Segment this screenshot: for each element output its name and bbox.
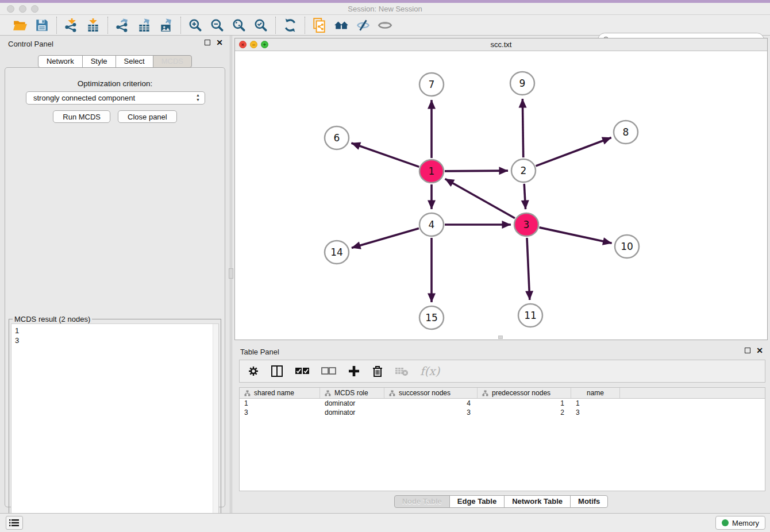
close-table-panel-icon[interactable]: ✕ <box>756 348 763 353</box>
graph-node-10[interactable]: 10 <box>615 235 639 258</box>
hide-panels-button[interactable] <box>354 17 372 34</box>
tab-network-table[interactable]: Network Table <box>504 495 571 508</box>
criterion-select[interactable]: strongly connected component ▲▼ <box>26 91 205 105</box>
main-toolbar <box>0 15 770 36</box>
graph-edge-3-10[interactable] <box>539 228 611 243</box>
cell-shared-name[interactable]: 3 <box>240 408 320 417</box>
graph-edge-3-1[interactable] <box>445 179 515 218</box>
mcds-result-textarea[interactable]: 1 3 <box>11 323 219 532</box>
tab-select[interactable]: Select <box>116 55 153 68</box>
import-network-button[interactable] <box>62 17 80 34</box>
cell-mcds-role[interactable]: dominator <box>320 399 384 408</box>
graph-node-11[interactable]: 11 <box>518 304 542 327</box>
export-table-icon <box>137 18 152 33</box>
column-header-shared-name[interactable]: shared name <box>240 388 320 398</box>
select-all-columns-button[interactable] <box>295 363 310 379</box>
split-panel-button[interactable] <box>271 363 283 379</box>
list-icon <box>9 519 20 527</box>
add-column-button[interactable] <box>348 363 360 379</box>
tab-node-table[interactable]: Node Table <box>394 495 450 508</box>
tab-style[interactable]: Style <box>82 55 116 68</box>
zoom-out-icon <box>210 18 225 33</box>
table-settings-button[interactable] <box>248 363 259 379</box>
column-header-successor-nodes[interactable]: successor nodes <box>384 388 478 398</box>
control-panel-tabs: Network Style Select MCDS <box>0 55 230 68</box>
export-network-button[interactable] <box>113 17 132 34</box>
graph-node-3[interactable]: 3 <box>514 213 538 236</box>
svg-text:10: 10 <box>621 241 633 252</box>
column-header-mcds-role[interactable]: MCDS role <box>320 388 384 398</box>
save-session-button[interactable] <box>33 17 51 34</box>
zoom-in-button[interactable] <box>186 17 205 34</box>
delete-table-button[interactable] <box>395 363 409 379</box>
run-mcds-button[interactable]: Run MCDS <box>53 110 110 123</box>
graph-node-14[interactable]: 14 <box>325 241 349 264</box>
tab-network[interactable]: Network <box>38 55 83 68</box>
float-panel-icon[interactable] <box>205 40 210 45</box>
delete-column-button[interactable] <box>372 363 383 379</box>
show-panels-button[interactable] <box>376 17 394 34</box>
network-overview-button[interactable] <box>310 17 329 34</box>
cell-successor-nodes[interactable]: 3 <box>384 408 478 417</box>
cell-name[interactable]: 1 <box>571 399 620 408</box>
graph-edge-1-6[interactable] <box>351 143 419 167</box>
export-image-button[interactable] <box>157 17 175 34</box>
network-window: × − + scc.txt 7968124314101511 <box>234 38 768 340</box>
float-table-panel-icon[interactable] <box>745 348 750 353</box>
svg-text:14: 14 <box>330 246 343 258</box>
refresh-button[interactable] <box>281 17 299 34</box>
network-canvas[interactable]: 7968124314101511 <box>235 51 767 340</box>
graph-edge-4-14[interactable] <box>352 228 419 248</box>
graph-node-7[interactable]: 7 <box>419 73 444 96</box>
column-header-name[interactable]: name <box>571 388 620 398</box>
graph-node-6[interactable]: 6 <box>325 126 349 149</box>
tab-motifs[interactable]: Motifs <box>570 495 608 508</box>
task-history-button[interactable] <box>6 516 23 530</box>
mcds-result-group: MCDS result (2 nodes) 1 3 <box>9 319 221 532</box>
zoom-fit-button[interactable] <box>230 17 248 34</box>
deselect-all-columns-button[interactable] <box>321 363 336 379</box>
graph-node-1[interactable]: 1 <box>419 160 444 183</box>
graph-edge-2-8[interactable] <box>536 138 611 166</box>
close-panel-button[interactable]: Close panel <box>118 110 177 123</box>
apply-function-button[interactable]: f(x) <box>420 363 440 379</box>
table-panel: Table Panel ✕ <box>232 344 770 511</box>
result-scrollbar[interactable] <box>213 324 218 532</box>
delete-table-icon <box>395 366 409 376</box>
home-button[interactable] <box>332 17 351 34</box>
graph-edge-1-2[interactable] <box>445 171 508 171</box>
close-panel-icon[interactable]: ✕ <box>216 40 223 45</box>
tab-mcds[interactable]: MCDS <box>153 55 192 68</box>
cell-predecessor-nodes[interactable]: 2 <box>478 408 571 417</box>
graph-edge-3-11[interactable] <box>527 238 530 300</box>
network-graph: 7968124314101511 <box>235 51 767 340</box>
cell-predecessor-nodes[interactable]: 1 <box>478 399 571 408</box>
unchecked-boxes-icon <box>321 367 336 375</box>
graph-node-2[interactable]: 2 <box>511 159 536 182</box>
cell-shared-name[interactable]: 1 <box>240 399 320 408</box>
graph-node-15[interactable]: 15 <box>419 306 444 329</box>
graph-node-4[interactable]: 4 <box>419 213 444 236</box>
table-row[interactable]: 3 dominator 3 2 3 <box>240 408 765 417</box>
network-resize-grip[interactable] <box>498 336 503 339</box>
import-table-button[interactable] <box>84 17 102 34</box>
splitter-handle[interactable] <box>229 268 233 279</box>
cell-successor-nodes[interactable]: 4 <box>384 399 478 408</box>
graph-edge-2-9[interactable] <box>522 99 523 157</box>
network-window-titlebar[interactable]: × − + scc.txt <box>235 38 767 51</box>
open-session-button[interactable] <box>11 17 29 34</box>
table-row[interactable]: 1 dominator 4 1 1 <box>240 399 765 408</box>
graph-edge-2-3[interactable] <box>524 184 525 209</box>
cell-name[interactable]: 3 <box>571 408 620 417</box>
graph-node-9[interactable]: 9 <box>510 72 534 95</box>
column-header-predecessor-nodes[interactable]: predecessor nodes <box>478 388 571 398</box>
zoom-out-button[interactable] <box>208 17 226 34</box>
node-table: shared name MCDS role successor nodes <box>239 387 765 491</box>
zoom-selected-button[interactable] <box>252 17 270 34</box>
import-network-icon <box>64 18 79 33</box>
export-table-button[interactable] <box>135 17 153 34</box>
cell-mcds-role[interactable]: dominator <box>320 408 384 417</box>
tab-edge-table[interactable]: Edge Table <box>449 495 505 508</box>
memory-button[interactable]: Memory <box>715 516 765 530</box>
graph-node-8[interactable]: 8 <box>614 121 638 144</box>
